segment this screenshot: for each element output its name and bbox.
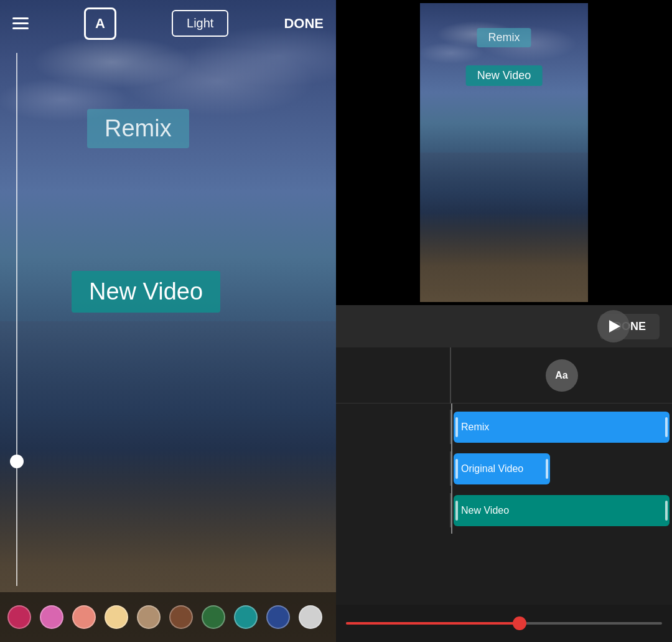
newvideo-clip-handle-left[interactable] [455,501,458,521]
right-video-preview: Remix New Video [336,0,672,305]
original-video-track-row: Original Video [336,451,672,486]
left-topbar: A Light DONE [0,0,336,47]
playhead-dot[interactable] [10,455,24,468]
swatch-brown[interactable] [169,605,193,629]
swatch-blue[interactable] [266,605,290,629]
right-video-inner: Remix New Video [420,3,588,302]
font-button[interactable]: A [84,7,116,40]
remix-clip-handle-right[interactable] [665,417,668,437]
right-sand-decoration [420,212,588,302]
remix-track-row: Remix [336,410,672,444]
right-panel: Remix New Video DONE Aa [336,0,672,642]
scrubber-bar [336,605,672,642]
done-button-left[interactable]: DONE [284,16,324,32]
original-video-clip-label: Original Video [461,463,523,474]
newvideo-clip-handle-right[interactable] [665,501,668,521]
swatch-green[interactable] [202,605,225,629]
swatch-tan[interactable] [137,605,161,629]
play-button[interactable] [597,310,630,342]
scrubber-progress [346,622,520,625]
remix-clip-handle-left[interactable] [455,417,458,437]
remix-track-clip[interactable]: Remix [454,412,670,443]
timeline-header: Aa [336,347,672,404]
new-video-overlay-text[interactable]: New Video [72,271,220,313]
light-button[interactable]: Light [172,10,228,37]
original-video-track-label-area [336,451,451,486]
left-panel: A Light DONE Remix New Video [0,0,336,642]
hamburger-line-3 [12,27,29,29]
swatch-pink[interactable] [40,605,63,629]
scrubber-track[interactable] [346,622,662,625]
tracks-container: Remix Original Video New Video [336,404,672,534]
hamburger-line-2 [12,22,29,24]
new-video-clip-label: New Video [461,505,509,516]
color-swatches-bar [0,592,336,642]
remix-clip-label: Remix [461,422,489,433]
timeline-playhead [451,404,452,534]
timeline-label-col [336,347,451,404]
right-newvideo-overlay[interactable]: New Video [466,65,543,86]
original-clip-handle-right[interactable] [546,459,548,479]
remix-overlay-text[interactable]: Remix [87,109,189,148]
right-remix-overlay[interactable]: Remix [477,28,531,47]
swatch-dark-pink[interactable] [7,605,31,629]
timeline-area: Aa Remix Original Video [336,347,672,642]
original-video-track-clip[interactable]: Original Video [454,453,550,484]
original-clip-handle-left[interactable] [455,459,458,479]
new-video-track-label-area [336,493,451,527]
hamburger-line-1 [12,17,29,19]
play-triangle-icon [609,320,620,333]
menu-icon[interactable] [12,17,29,29]
new-video-track-row: New Video [336,493,672,527]
text-style-button[interactable]: Aa [546,359,578,392]
swatch-salmon[interactable] [72,605,96,629]
playback-bar: DONE [336,305,672,347]
swatch-teal[interactable] [234,605,258,629]
scrubber-thumb[interactable] [513,616,526,630]
swatch-lightgray[interactable] [299,605,322,629]
playhead-line [16,53,17,586]
new-video-track-clip[interactable]: New Video [454,495,670,526]
remix-track-label-area [336,410,451,444]
timeline-tracks-header: Aa [451,347,672,403]
swatch-cream[interactable] [105,605,128,629]
